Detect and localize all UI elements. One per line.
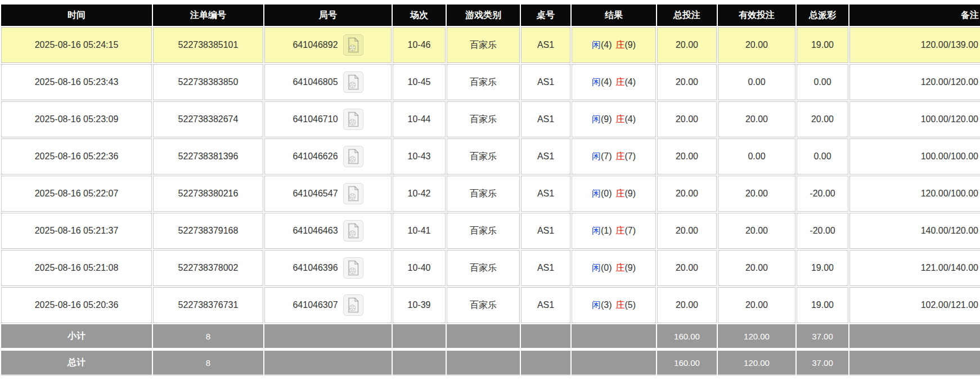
video-file-icon <box>347 74 360 90</box>
grand-total-count: 8 <box>153 349 263 375</box>
time-cell: 2025-08-16 05:23:09 <box>1 101 152 137</box>
banker-score: (7) <box>625 151 636 161</box>
banker-score: (7) <box>625 226 636 235</box>
session-cell: 10-46 <box>393 27 446 63</box>
payout-cell: -20.00 <box>797 176 848 212</box>
payout-cell: 0.00 <box>797 64 848 100</box>
banker-score: (9) <box>625 189 636 198</box>
valid-bet-cell: 20.00 <box>718 287 795 323</box>
round-id: 641046307 <box>293 300 338 310</box>
video-replay-button[interactable] <box>343 34 363 56</box>
player-label: 闲 <box>592 189 601 198</box>
banker-label: 庄 <box>616 300 625 310</box>
player-label: 闲 <box>592 77 601 87</box>
payout-cell: 0.00 <box>797 138 848 175</box>
total-bet-cell: 20.00 <box>657 287 717 323</box>
banker-label: 庄 <box>616 189 625 198</box>
table-row: 2025-08-16 05:23:09 522738382674 6410467… <box>1 101 980 137</box>
col-header-time: 时间 <box>1 5 152 26</box>
remark-cell: 100.00/100.00 <box>849 138 980 175</box>
time-cell: 2025-08-16 05:21:37 <box>1 213 152 249</box>
col-header-remark: 备注 <box>849 5 980 26</box>
round-cell: 641046805 <box>264 64 392 100</box>
round-cell: 641046307 <box>264 287 392 323</box>
grand-total-label: 总计 <box>1 349 152 375</box>
remark-cell: 100.00/120.00 <box>849 101 980 137</box>
result-cell: 闲(3)庄(5) <box>572 287 656 323</box>
round-id: 641046892 <box>293 40 338 50</box>
result-cell: 闲(0)庄(9) <box>572 250 656 286</box>
video-file-icon <box>347 297 360 313</box>
time-cell: 2025-08-16 05:21:08 <box>1 250 152 286</box>
result-cell: 闲(9)庄(4) <box>572 101 656 137</box>
col-header-total-bet: 总投注 <box>657 5 717 26</box>
table-no-cell: AS1 <box>521 213 570 249</box>
payout-cell: -20.00 <box>797 213 848 249</box>
valid-bet-cell: 20.00 <box>718 101 795 137</box>
game-type-cell: 百家乐 <box>447 213 520 249</box>
bet-id-cell: 522738385101 <box>153 27 263 63</box>
bet-id-cell: 522738383850 <box>153 64 263 100</box>
time-cell: 2025-08-16 05:24:15 <box>1 27 152 63</box>
video-replay-button[interactable] <box>343 294 363 316</box>
round-cell: 641046626 <box>264 138 392 175</box>
video-replay-button[interactable] <box>343 257 363 279</box>
col-header-round: 局号 <box>264 5 392 26</box>
game-type-cell: 百家乐 <box>447 287 520 323</box>
video-replay-button[interactable] <box>343 146 363 167</box>
game-type-cell: 百家乐 <box>447 176 520 212</box>
grand-total-valid-bet: 120.00 <box>718 349 795 375</box>
bet-records-table: 时间 注单编号 局号 场次 游戏类别 桌号 结果 总投注 有效投注 总派彩 备注… <box>0 3 980 377</box>
bet-id-cell: 522738376731 <box>153 287 263 323</box>
video-replay-button[interactable] <box>343 183 363 204</box>
valid-bet-cell: 20.00 <box>718 213 795 249</box>
table-no-cell: AS1 <box>521 101 570 137</box>
video-replay-button[interactable] <box>343 71 363 93</box>
game-type-cell: 百家乐 <box>447 64 520 100</box>
valid-bet-cell: 20.00 <box>718 250 795 286</box>
payout-cell: 19.00 <box>797 250 848 286</box>
banker-label: 庄 <box>616 114 625 124</box>
session-cell: 10-45 <box>393 64 446 100</box>
table-row: 2025-08-16 05:21:37 522738379168 6410464… <box>1 213 980 249</box>
banker-score: (4) <box>625 77 636 87</box>
player-score: (4) <box>601 40 612 50</box>
banker-score: (9) <box>625 263 636 272</box>
table-no-cell: AS1 <box>521 27 570 63</box>
table-row: 2025-08-16 05:24:15 522738385101 6410468… <box>1 27 980 63</box>
subtotal-valid-bet: 120.00 <box>718 324 795 348</box>
remark-cell: 140.00/120.00 <box>849 213 980 249</box>
round-cell: 641046396 <box>264 250 392 286</box>
round-cell: 641046463 <box>264 213 392 249</box>
valid-bet-cell: 20.00 <box>718 27 795 63</box>
result-cell: 闲(1)庄(7) <box>572 213 656 249</box>
player-label: 闲 <box>592 114 601 124</box>
session-cell: 10-43 <box>393 138 446 175</box>
round-cell: 641046710 <box>264 101 392 137</box>
time-cell: 2025-08-16 05:20:36 <box>1 287 152 323</box>
video-file-icon <box>347 260 360 276</box>
video-file-icon <box>347 111 360 127</box>
grand-total-payout: 37.00 <box>797 349 848 375</box>
session-cell: 10-44 <box>393 101 446 137</box>
session-cell: 10-42 <box>393 176 446 212</box>
table-no-cell: AS1 <box>521 287 570 323</box>
table-no-cell: AS1 <box>521 250 570 286</box>
game-type-cell: 百家乐 <box>447 27 520 63</box>
total-bet-cell: 20.00 <box>657 64 717 100</box>
total-bet-cell: 20.00 <box>657 101 717 137</box>
total-bet-cell: 20.00 <box>657 138 717 175</box>
time-cell: 2025-08-16 05:23:43 <box>1 64 152 100</box>
remark-cell: 102.00/121.00 <box>849 287 980 323</box>
table-row: 2025-08-16 05:22:36 522738381396 6410466… <box>1 138 980 175</box>
session-cell: 10-39 <box>393 287 446 323</box>
bet-id-cell: 522738379168 <box>153 213 263 249</box>
video-replay-button[interactable] <box>343 220 363 242</box>
table-no-cell: AS1 <box>521 176 570 212</box>
subtotal-total-bet: 160.00 <box>657 324 717 348</box>
session-cell: 10-41 <box>393 213 446 249</box>
subtotal-label: 小计 <box>1 324 152 348</box>
col-header-bet-id: 注单编号 <box>153 5 263 26</box>
player-score: (9) <box>601 114 612 124</box>
video-replay-button[interactable] <box>343 109 363 130</box>
